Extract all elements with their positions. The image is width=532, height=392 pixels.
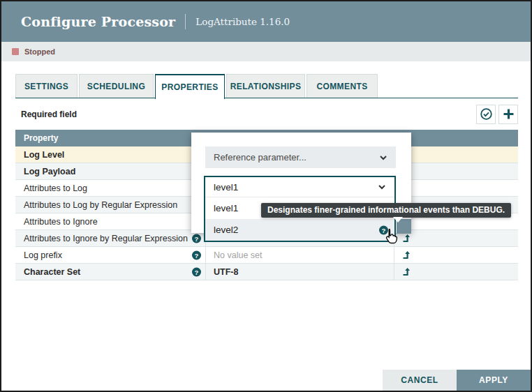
status-bar: Stopped bbox=[1, 42, 531, 61]
tab-bar: SETTINGSSCHEDULINGPROPERTIESRELATIONSHIP… bbox=[15, 74, 518, 98]
help-icon[interactable]: ? bbox=[192, 234, 201, 243]
goto-cell bbox=[394, 163, 518, 179]
help-icon[interactable]: ? bbox=[192, 267, 201, 276]
goto-cell bbox=[394, 230, 518, 246]
property-name-cell: Attributes to Log by Regular Expression bbox=[15, 197, 206, 213]
goto-cell bbox=[394, 264, 518, 280]
property-name-cell: Attributes to Ignore bbox=[15, 213, 206, 229]
reference-parameter-select[interactable]: Reference parameter... bbox=[205, 146, 396, 168]
property-name-cell: Log Level bbox=[15, 146, 206, 163]
tab-comments[interactable]: COMMENTS bbox=[306, 74, 378, 98]
plus-icon bbox=[503, 108, 515, 120]
property-name: Log prefix bbox=[24, 250, 62, 260]
combo-selected-label: level1 bbox=[214, 182, 238, 193]
property-name: Attributes to Log bbox=[24, 183, 87, 193]
chevron-down-icon bbox=[379, 153, 387, 162]
level-up-arrow-icon[interactable] bbox=[402, 234, 411, 243]
property-name-cell: Attributes to Log bbox=[15, 180, 206, 196]
property-column-header: Property bbox=[15, 133, 58, 143]
level-up-arrow-icon[interactable] bbox=[402, 267, 411, 276]
goto-cell bbox=[394, 247, 518, 263]
property-name: Log Level bbox=[24, 150, 64, 160]
check-circle-icon bbox=[480, 107, 493, 121]
processor-type-version: LogAttribute 1.16.0 bbox=[195, 16, 290, 27]
combo-option-label: level1 bbox=[214, 203, 238, 213]
dialog-title: Configure Processor bbox=[21, 14, 175, 29]
tab-properties[interactable]: PROPERTIES bbox=[155, 74, 225, 99]
property-name: Character Set bbox=[24, 267, 80, 277]
chevron-down-icon bbox=[378, 183, 386, 191]
property-value-cell[interactable]: No value set bbox=[206, 247, 394, 263]
table-row[interactable]: Character Set?UTF-8 bbox=[15, 264, 518, 280]
property-value: No value set bbox=[214, 250, 262, 260]
option-tooltip: Designates finer-grained informational e… bbox=[261, 203, 511, 218]
property-name: Attributes to Ignore by Regular Expressi… bbox=[24, 234, 188, 243]
hand-cursor-icon bbox=[382, 227, 400, 246]
dialog-footer: CANCEL APPLY bbox=[383, 370, 531, 391]
property-name-cell: Log prefix? bbox=[15, 247, 206, 263]
property-value-cell[interactable]: UTF-8 bbox=[206, 264, 394, 280]
property-name-cell: Character Set? bbox=[15, 264, 206, 280]
property-name-cell: Log Payload bbox=[15, 163, 206, 179]
status-label: Stopped bbox=[24, 47, 55, 56]
stopped-icon bbox=[12, 48, 19, 55]
tab-relationships[interactable]: RELATIONSHIPS bbox=[226, 74, 305, 98]
goto-cell bbox=[394, 146, 518, 163]
add-property-button[interactable] bbox=[498, 105, 518, 124]
help-icon[interactable]: ? bbox=[192, 250, 201, 259]
property-value: UTF-8 bbox=[214, 267, 238, 277]
table-row[interactable]: Log prefix?No value set bbox=[15, 247, 518, 264]
combo-option-label: level2 bbox=[214, 225, 238, 235]
property-name: Log Payload bbox=[24, 167, 75, 176]
verify-properties-button[interactable] bbox=[476, 105, 496, 124]
property-toolbar bbox=[476, 105, 518, 124]
tooltip-arrow bbox=[393, 217, 403, 223]
level-up-arrow-icon[interactable] bbox=[402, 250, 411, 259]
configure-processor-dialog: Configure Processor LogAttribute 1.16.0 … bbox=[0, 0, 532, 392]
combo-selected-value[interactable]: level1 bbox=[205, 177, 394, 197]
property-name: Attributes to Log by Regular Expression bbox=[24, 200, 177, 210]
property-name: Attributes to Ignore bbox=[24, 217, 98, 227]
reference-parameter-label: Reference parameter... bbox=[214, 152, 306, 163]
tab-scheduling[interactable]: SCHEDULING bbox=[79, 74, 154, 98]
table-toolbar-row: Required field bbox=[15, 98, 518, 130]
tab-settings[interactable]: SETTINGS bbox=[15, 74, 77, 98]
combo-option-level2[interactable]: level2? bbox=[205, 219, 394, 241]
apply-button[interactable]: APPLY bbox=[457, 370, 531, 391]
title-divider bbox=[185, 14, 186, 29]
dialog-header: Configure Processor LogAttribute 1.16.0 bbox=[1, 1, 531, 42]
goto-cell bbox=[394, 180, 518, 196]
required-field-label: Required field bbox=[21, 110, 77, 119]
property-name-cell: Attributes to Ignore by Regular Expressi… bbox=[15, 230, 206, 246]
cancel-button[interactable]: CANCEL bbox=[383, 370, 457, 391]
